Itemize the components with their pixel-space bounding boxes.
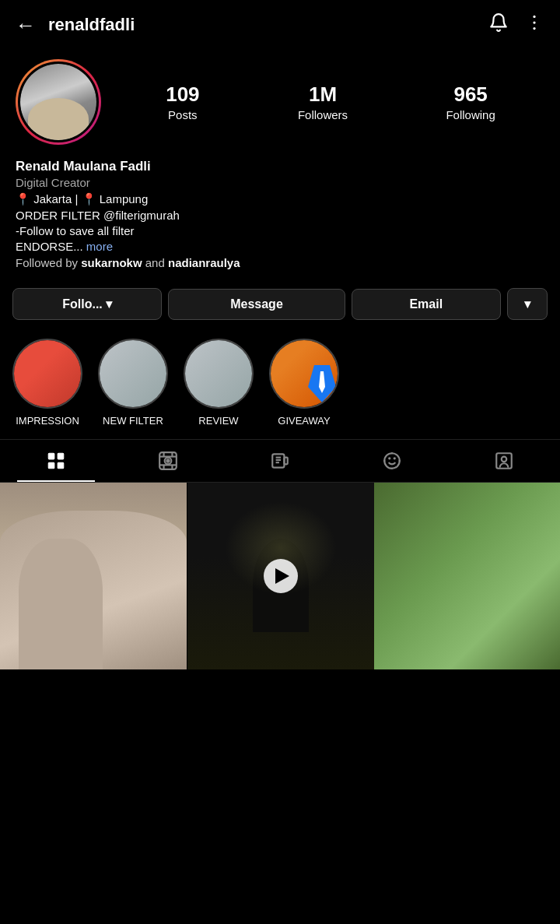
highlight-new-filter[interactable]: NEW FILTER: [98, 339, 168, 427]
profile-section: 109 Posts 1M Followers 965 Following: [0, 50, 560, 145]
following-label: Following: [446, 108, 495, 121]
more-options-icon[interactable]: [524, 12, 544, 37]
highlight-label-3: REVIEW: [198, 415, 238, 427]
grid-post-2[interactable]: [187, 483, 374, 669]
highlight-circle-2: [98, 339, 168, 409]
highlight-giveaway[interactable]: GIVEAWAY: [269, 339, 339, 427]
posts-count: 109: [166, 83, 199, 107]
following-stat[interactable]: 965 Following: [446, 83, 495, 121]
highlight-circle-3: [184, 339, 254, 409]
nav-left: ← renaldfadli: [16, 13, 135, 37]
play-button[interactable]: [264, 559, 298, 593]
avatar-wrapper[interactable]: [16, 59, 101, 145]
profile-full-name: Renald Maulana Fadli: [16, 159, 544, 174]
svg-point-11: [166, 459, 169, 462]
highlight-review[interactable]: REVIEW: [184, 339, 254, 427]
followers-label: Followers: [298, 108, 348, 121]
bio-followed-by: Followed by sukarnokw and nadianraulya: [16, 256, 544, 269]
follower-2[interactable]: nadianraulya: [168, 256, 240, 269]
following-count: 965: [453, 83, 487, 107]
highlight-label-1: IMPRESSION: [16, 415, 79, 427]
top-nav: ← renaldfadli: [0, 0, 560, 50]
highlight-img-2: [100, 340, 166, 407]
posts-stat[interactable]: 109 Posts: [166, 83, 199, 121]
bio-more-link[interactable]: more: [83, 240, 113, 253]
svg-point-2: [533, 27, 535, 30]
avatar: [18, 61, 99, 142]
tab-reels[interactable]: [112, 440, 224, 482]
more-button[interactable]: ▾: [507, 288, 548, 320]
svg-rect-6: [58, 453, 64, 459]
action-buttons: Follo... ▾ Message Email ▾: [0, 280, 560, 332]
highlight-label-4: GIVEAWAY: [278, 415, 330, 427]
posts-label: Posts: [168, 108, 198, 121]
highlight-img-3: [185, 340, 252, 407]
followers-count: 1M: [309, 83, 337, 107]
post-grid: [0, 483, 560, 669]
message-button[interactable]: Message: [168, 289, 345, 320]
grid-post-1[interactable]: [0, 483, 187, 669]
bio-endorse: ENDORSE... more: [16, 240, 544, 253]
bio-location: 📍 Jakarta | 📍 Lampung: [16, 192, 544, 206]
back-button[interactable]: ←: [16, 13, 36, 37]
highlight-label-2: NEW FILTER: [103, 415, 163, 427]
profile-title: Digital Creator: [16, 176, 544, 189]
svg-point-27: [502, 457, 507, 462]
bio-order: ORDER FILTER @filterigmurah: [16, 209, 544, 222]
tab-tagged[interactable]: [448, 440, 560, 482]
follower-1[interactable]: sukarnokw: [81, 256, 142, 269]
svg-point-23: [384, 453, 400, 469]
profile-top: 109 Posts 1M Followers 965 Following: [16, 59, 544, 145]
tab-igtv[interactable]: [224, 440, 336, 482]
svg-rect-19: [284, 458, 287, 465]
followers-stat[interactable]: 1M Followers: [298, 83, 348, 121]
svg-rect-5: [48, 453, 54, 459]
svg-rect-7: [48, 462, 54, 469]
profile-username: renaldfadli: [48, 15, 135, 35]
tab-grid[interactable]: [0, 440, 112, 482]
highlight-impression[interactable]: IMPRESSION: [12, 339, 82, 427]
highlight-circle-4: [269, 339, 339, 409]
svg-point-1: [533, 21, 535, 23]
email-button[interactable]: Email: [352, 289, 501, 320]
tab-bar: [0, 439, 560, 483]
tab-effects[interactable]: [336, 440, 448, 482]
highlights-section: IMPRESSION NEW FILTER REVIEW GIVEAWAY: [0, 332, 560, 439]
bio-follow: -Follow to save all filter: [16, 224, 544, 237]
notification-bell-icon[interactable]: [488, 12, 509, 37]
nav-right: [488, 12, 544, 37]
highlight-circle-1: [12, 339, 82, 409]
svg-point-0: [533, 16, 535, 18]
stats-row: 109 Posts 1M Followers 965 Following: [117, 83, 544, 121]
bio-section: Renald Maulana Fadli Digital Creator 📍 J…: [0, 159, 560, 280]
follow-button[interactable]: Follo... ▾: [12, 288, 162, 320]
highlight-img-1: [14, 340, 81, 407]
grid-post-3[interactable]: [374, 483, 560, 669]
svg-rect-8: [58, 462, 64, 469]
avatar-image: [20, 64, 96, 140]
